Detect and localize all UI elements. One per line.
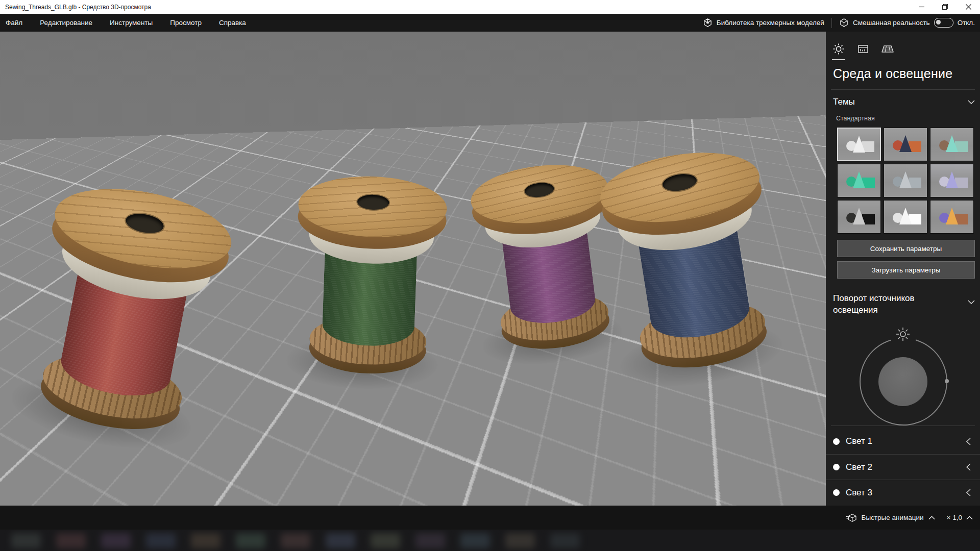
tab-background[interactable] <box>856 43 870 60</box>
frame-thumbnail <box>550 533 580 548</box>
light-label: Свет 2 <box>846 462 966 472</box>
playback-speed-value[interactable]: × 1,0 <box>947 514 962 521</box>
chevron-left-icon[interactable] <box>966 463 971 471</box>
red-thread-spool[interactable] <box>14 176 238 456</box>
mixed-reality-group: Смешанная реальность Откл. <box>839 18 975 28</box>
light-rotation-dial[interactable] <box>860 338 947 425</box>
chevron-up-icon[interactable] <box>966 516 973 520</box>
bottombar: Быстрые анимации × 1,0 <box>0 506 980 530</box>
light-row-3[interactable]: Свет 3 <box>826 480 980 505</box>
lights-list: Свет 1Свет 2Свет 3 <box>826 429 980 505</box>
frame-thumbnail <box>236 533 265 548</box>
model-library-label: Библиотека трехмерных моделей <box>717 19 824 27</box>
menu-item-инструменты[interactable]: Инструменты <box>101 14 161 32</box>
theme-cone <box>899 208 912 224</box>
theme-thumbnail-black[interactable] <box>837 200 881 234</box>
menu-item-просмотр[interactable]: Просмотр <box>161 14 210 32</box>
menu-item-файл[interactable]: Файл <box>0 14 31 32</box>
frame-thumbnail <box>56 533 86 548</box>
animation-frames-strip[interactable] <box>0 530 980 551</box>
sun-icon <box>832 43 845 55</box>
menu-item-справка[interactable]: Справка <box>210 14 255 32</box>
3d-viewport[interactable] <box>0 32 826 506</box>
chevron-up-icon[interactable] <box>928 516 935 520</box>
theme-cone <box>853 208 865 224</box>
dial-handle[interactable] <box>945 379 949 383</box>
chevron-down-icon[interactable] <box>968 300 975 304</box>
mixed-reality-toggle[interactable] <box>934 18 953 28</box>
tab-grid[interactable] <box>881 43 894 60</box>
mixed-reality-state: Откл. <box>958 19 975 27</box>
dial-sun-icon <box>895 327 911 342</box>
3d-cube-icon <box>703 18 713 28</box>
menu-items: ФайлРедактированиеИнструментыПросмотрСпр… <box>0 14 255 32</box>
mixed-reality-cube-icon <box>839 18 849 28</box>
theme-thumbnail-orange-navy[interactable] <box>884 128 927 161</box>
close-button[interactable] <box>957 0 980 14</box>
load-settings-button[interactable]: Загрузить параметры <box>837 261 975 279</box>
light-label: Свет 1 <box>846 436 966 446</box>
frame-thumbnail <box>281 533 310 548</box>
theme-cone <box>946 135 958 152</box>
navy-thread-spool[interactable] <box>595 142 789 390</box>
theme-cone <box>899 135 912 152</box>
theme-cone <box>853 171 865 188</box>
panel-title: Среда и освещение <box>833 66 952 81</box>
theme-thumbnail-lavender[interactable] <box>930 164 974 197</box>
stats-frame-icon <box>857 43 869 55</box>
environment-panel: Среда и освещение Темы Стандартная Сохра… <box>826 32 980 508</box>
divider <box>831 425 975 426</box>
green-thread-spool[interactable] <box>292 174 448 387</box>
frame-thumbnail <box>11 533 41 548</box>
theme-cone <box>946 208 958 224</box>
minimize-button[interactable] <box>910 0 933 14</box>
fast-animations-icon <box>846 513 857 522</box>
minimize-icon <box>919 4 924 10</box>
theme-thumbnail-emerald[interactable] <box>837 164 881 197</box>
dial-inner-disc <box>878 357 927 406</box>
light-label: Свет 3 <box>846 488 966 498</box>
light-rotation-title: Поворот источников освещения <box>833 293 935 316</box>
theme-thumbnail-mint-brown[interactable] <box>930 128 974 161</box>
tab-environment-lighting[interactable] <box>832 43 845 60</box>
themes-standard-label: Стандартная <box>836 115 875 122</box>
mixed-reality-label: Смешанная реальность <box>853 19 930 27</box>
menubar-separator <box>831 18 832 28</box>
titlebar: Sewing_Threads_GLB.glb - Средство 3D-про… <box>0 0 980 14</box>
restore-button[interactable] <box>933 0 957 14</box>
chevron-left-icon[interactable] <box>966 438 971 445</box>
save-settings-button[interactable]: Сохранить параметры <box>837 240 975 257</box>
light-enabled-indicator <box>833 464 840 470</box>
fast-animations-label[interactable]: Быстрые анимации <box>862 514 924 521</box>
theme-thumbnail-light-gray[interactable] <box>837 128 881 161</box>
toggle-knob <box>936 20 941 24</box>
light-enabled-indicator <box>833 438 840 445</box>
theme-cone <box>946 171 958 188</box>
model-library-button[interactable]: Библиотека трехмерных моделей <box>703 18 824 28</box>
frame-thumbnail <box>326 533 355 548</box>
panel-tabs <box>832 43 894 60</box>
model-spools-layer <box>0 32 826 506</box>
theme-cone <box>853 136 865 153</box>
frame-thumbnail <box>191 533 220 548</box>
light-enabled-indicator <box>833 489 840 496</box>
light-row-2[interactable]: Свет 2 <box>826 454 980 480</box>
frame-thumbnail <box>101 533 131 548</box>
frame-thumbnail <box>460 533 490 548</box>
frame-thumbnail <box>371 533 400 548</box>
chevron-down-icon[interactable] <box>968 100 975 104</box>
themes-section-label: Темы <box>833 97 855 107</box>
menu-item-редактирование[interactable]: Редактирование <box>31 14 101 32</box>
theme-thumbnail-gray[interactable] <box>884 164 927 197</box>
restore-icon <box>942 4 948 10</box>
theme-cone <box>899 171 912 188</box>
theme-thumbnail-purple-orange[interactable] <box>930 200 974 234</box>
frame-thumbnail <box>415 533 445 548</box>
divider <box>831 89 975 90</box>
frame-thumbnail <box>146 533 176 548</box>
grid-icon <box>881 43 894 55</box>
chevron-left-icon[interactable] <box>966 489 971 496</box>
light-row-1[interactable]: Свет 1 <box>826 429 980 454</box>
theme-thumbnail-white[interactable] <box>884 200 927 234</box>
frame-thumbnail <box>505 533 535 548</box>
